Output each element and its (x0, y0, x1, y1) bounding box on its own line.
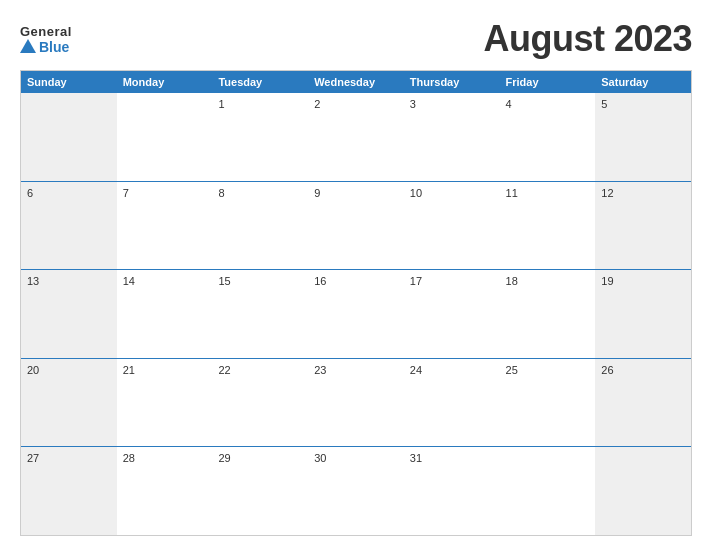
day-number: 9 (314, 187, 398, 199)
day-cell: 12 (595, 182, 691, 270)
day-cell: 8 (212, 182, 308, 270)
day-cell: 7 (117, 182, 213, 270)
day-number: 27 (27, 452, 111, 464)
calendar: Sunday Monday Tuesday Wednesday Thursday… (20, 70, 692, 536)
day-number: 20 (27, 364, 111, 376)
day-number: 7 (123, 187, 207, 199)
header: General Blue August 2023 (20, 18, 692, 60)
logo-triangle-icon (20, 39, 36, 53)
day-number: 22 (218, 364, 302, 376)
day-number: 6 (27, 187, 111, 199)
day-cell: 26 (595, 359, 691, 447)
day-cell: 13 (21, 270, 117, 358)
week-row-2: 6789101112 (21, 181, 691, 270)
calendar-title: August 2023 (483, 18, 692, 60)
logo-blue-row: Blue (20, 39, 69, 55)
day-number: 5 (601, 98, 685, 110)
day-number: 2 (314, 98, 398, 110)
day-cell: 30 (308, 447, 404, 535)
day-number: 3 (410, 98, 494, 110)
logo-general-text: General (20, 24, 72, 39)
header-tuesday: Tuesday (212, 71, 308, 93)
day-cell: 27 (21, 447, 117, 535)
day-cell: 2 (308, 93, 404, 181)
day-number: 12 (601, 187, 685, 199)
day-cell: 14 (117, 270, 213, 358)
header-saturday: Saturday (595, 71, 691, 93)
day-number: 18 (506, 275, 590, 287)
day-cell: 20 (21, 359, 117, 447)
day-number: 29 (218, 452, 302, 464)
day-number: 23 (314, 364, 398, 376)
day-number: 13 (27, 275, 111, 287)
day-cell: 9 (308, 182, 404, 270)
day-number: 30 (314, 452, 398, 464)
logo-blue-text: Blue (39, 39, 69, 55)
header-wednesday: Wednesday (308, 71, 404, 93)
calendar-body: 1234567891011121314151617181920212223242… (21, 93, 691, 535)
day-cell: 31 (404, 447, 500, 535)
day-number: 19 (601, 275, 685, 287)
day-headers: Sunday Monday Tuesday Wednesday Thursday… (21, 71, 691, 93)
logo: General Blue (20, 24, 72, 55)
day-cell: 5 (595, 93, 691, 181)
day-cell: 24 (404, 359, 500, 447)
day-cell: 6 (21, 182, 117, 270)
day-cell (595, 447, 691, 535)
day-number: 28 (123, 452, 207, 464)
week-row-4: 20212223242526 (21, 358, 691, 447)
day-cell: 23 (308, 359, 404, 447)
day-cell: 21 (117, 359, 213, 447)
day-number: 26 (601, 364, 685, 376)
day-cell: 25 (500, 359, 596, 447)
week-row-3: 13141516171819 (21, 269, 691, 358)
day-number: 4 (506, 98, 590, 110)
header-thursday: Thursday (404, 71, 500, 93)
day-number: 10 (410, 187, 494, 199)
day-number: 1 (218, 98, 302, 110)
header-friday: Friday (500, 71, 596, 93)
day-cell: 18 (500, 270, 596, 358)
day-cell: 28 (117, 447, 213, 535)
day-cell: 19 (595, 270, 691, 358)
day-cell: 11 (500, 182, 596, 270)
week-row-1: 12345 (21, 93, 691, 181)
day-cell: 16 (308, 270, 404, 358)
day-cell (500, 447, 596, 535)
day-number: 24 (410, 364, 494, 376)
calendar-page: General Blue August 2023 Sunday Monday T… (0, 0, 712, 550)
header-monday: Monday (117, 71, 213, 93)
day-cell: 10 (404, 182, 500, 270)
day-number: 16 (314, 275, 398, 287)
day-cell: 17 (404, 270, 500, 358)
day-number: 17 (410, 275, 494, 287)
day-cell (21, 93, 117, 181)
day-number: 15 (218, 275, 302, 287)
day-cell (117, 93, 213, 181)
day-cell: 15 (212, 270, 308, 358)
week-row-5: 2728293031 (21, 446, 691, 535)
day-number: 21 (123, 364, 207, 376)
day-number: 31 (410, 452, 494, 464)
day-cell: 1 (212, 93, 308, 181)
day-cell: 22 (212, 359, 308, 447)
day-number: 14 (123, 275, 207, 287)
day-cell: 3 (404, 93, 500, 181)
header-sunday: Sunday (21, 71, 117, 93)
day-number: 25 (506, 364, 590, 376)
day-number: 11 (506, 187, 590, 199)
day-cell: 29 (212, 447, 308, 535)
day-cell: 4 (500, 93, 596, 181)
day-number: 8 (218, 187, 302, 199)
